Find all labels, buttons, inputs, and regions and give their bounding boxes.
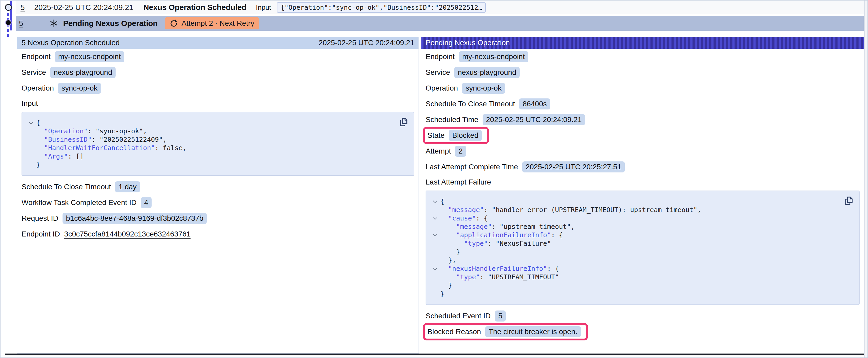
retry-status-badge: Attempt 2 · Next Retry	[165, 17, 259, 29]
pending-operation-panel: Pending Nexus Operation Endpoint my-nexu…	[422, 37, 864, 354]
field-value-badge: nexus-playground	[50, 67, 116, 78]
field-label: Operation	[426, 84, 458, 92]
timeline-selected-dot-icon[interactable]	[5, 20, 11, 26]
field-label: Last Attempt Complete Time	[426, 163, 518, 171]
code-gutter	[430, 281, 440, 290]
code-line-text: },	[440, 256, 456, 265]
field-wrap: Endpoint ID 3c0c75ccfa8144b092c13ce63246…	[22, 230, 190, 238]
code-line-text: "BusinessID": "20250225122409",	[36, 135, 167, 144]
code-line-text: }	[440, 281, 452, 290]
field-label: Endpoint ID	[22, 230, 60, 238]
field-label: Schedule To Close Timeout	[426, 100, 515, 108]
field-value-badge: my-nexus-endpoint	[459, 51, 528, 62]
field-wrap: Operation sync-op-ok	[426, 83, 505, 94]
code-gutter	[26, 161, 36, 169]
code-line-text: "type": "NexusFailure"	[440, 239, 551, 248]
detail-field-row: Operation sync-op-ok	[422, 80, 864, 96]
field-value-badge: my-nexus-endpoint	[55, 51, 124, 62]
field-wrap: Workflow Task Completed Event ID 4	[22, 197, 152, 208]
field-label: Scheduled Time	[426, 116, 478, 124]
code-gutter	[430, 206, 440, 214]
collapse-chevron-icon[interactable]	[26, 119, 36, 127]
failure-code-block: { "message": "handler error (UPSTREAM_TI…	[426, 191, 860, 305]
detail-field-row: Endpoint ID 3c0c75ccfa8144b092c13ce63246…	[17, 226, 418, 242]
scheduled-fields-bottom: Schedule To Close Timeout 1 day Workflow…	[17, 179, 418, 242]
field-label: Request ID	[22, 214, 58, 223]
retry-badge-label: Attempt 2 · Next Retry	[182, 19, 254, 28]
detail-field-row: Endpoint my-nexus-endpoint	[422, 49, 864, 65]
field-wrap: Blocked Reason The circuit breaker is op…	[423, 323, 588, 340]
pending-panel-header: Pending Nexus Operation	[422, 37, 864, 49]
detail-field-row: Blocked Reason The circuit breaker is op…	[422, 324, 864, 339]
code-line-text: "message": "upstream timeout",	[440, 223, 575, 231]
detail-field-row: Request ID b1c6a4bc-8ee7-468a-9169-df3b0…	[17, 210, 418, 226]
pending-fields-bottom: Scheduled Event ID 5 Blocked Reason The …	[422, 308, 864, 339]
detail-field-row: Scheduled Time 2025-02-25 UTC 20:24:09.2…	[422, 112, 864, 128]
field-label: State	[428, 131, 444, 140]
detail-field-row: Endpoint my-nexus-endpoint	[17, 49, 418, 65]
field-value-badge: Blocked	[449, 130, 482, 141]
field-wrap: Schedule To Close Timeout 1 day	[22, 182, 140, 192]
timeline-open-circle-icon[interactable]	[5, 4, 12, 11]
retry-icon	[170, 20, 178, 28]
field-label: Endpoint	[426, 53, 455, 61]
detail-field-row: Service nexus-playground	[422, 65, 864, 80]
copy-button[interactable]	[843, 195, 854, 206]
code-line-text: "message": "handler error (UPSTREAM_TIME…	[440, 206, 701, 214]
code-gutter	[26, 152, 36, 161]
failure-section-label: Last Attempt Failure	[422, 175, 864, 190]
code-line-text: "HandlerWaitForCancellation": false,	[36, 144, 187, 152]
field-wrap: Last Attempt Complete Time 2025-02-25 UT…	[426, 161, 625, 172]
field-value-link[interactable]: 3c0c75ccfa8144b092c13ce632463761	[64, 230, 190, 238]
copy-button[interactable]	[398, 117, 409, 128]
code-gutter	[430, 248, 440, 256]
collapse-chevron-icon[interactable]	[430, 265, 440, 273]
code-line-text: {	[440, 197, 444, 206]
event-detail-panels: 5 Nexus Operation Scheduled 2025-02-25 U…	[5, 37, 864, 355]
event-history-rows: 5 2025-02-25 UTC 20:24:09.21 Nexus Opera…	[1, 1, 864, 31]
code-line-text: "Operation": "sync-op-ok",	[36, 127, 147, 135]
code-gutter	[430, 273, 440, 281]
collapse-chevron-icon[interactable]	[430, 214, 440, 223]
field-value-badge: 4	[141, 197, 152, 208]
field-value-badge: sync-op-ok	[58, 83, 101, 94]
code-gutter	[430, 290, 440, 298]
detail-field-row: Operation sync-op-ok	[17, 80, 418, 96]
field-label: Blocked Reason	[428, 328, 481, 336]
event-id-link[interactable]: 5	[21, 3, 25, 12]
detail-field-row: Attempt 2	[422, 143, 864, 159]
input-preview-badge[interactable]: {"Operation":"sync-op-ok","BusinessID":"…	[277, 2, 486, 13]
input-json: { "Operation": "sync-op-ok", "BusinessID…	[26, 119, 407, 169]
code-gutter	[26, 144, 36, 152]
pending-panel-title: Pending Nexus Operation	[426, 39, 510, 47]
field-label: Service	[22, 68, 46, 77]
field-wrap: Service nexus-playground	[22, 67, 116, 78]
code-gutter	[430, 239, 440, 248]
field-label: Service	[426, 68, 450, 77]
scheduled-panel-title: 5 Nexus Operation Scheduled	[22, 39, 120, 47]
code-line-text: "cause": {	[440, 214, 488, 223]
pending-asterisk-icon	[50, 19, 58, 28]
field-wrap: Endpoint my-nexus-endpoint	[426, 51, 528, 62]
scrollbar-gutter[interactable]	[864, 1, 867, 357]
code-line-text: "nexusHandlerFailureInfo": {	[440, 265, 559, 273]
detail-field-row: State Blocked	[422, 128, 864, 143]
event-row-pending[interactable]: 5 Pending Nexus Operation Attempt 2 · Ne…	[16, 16, 864, 31]
event-row-scheduled[interactable]: 5 2025-02-25 UTC 20:24:09.21 Nexus Opera…	[16, 1, 864, 14]
event-timeline	[1, 1, 16, 40]
code-gutter	[26, 127, 36, 135]
collapse-chevron-icon[interactable]	[430, 231, 440, 239]
code-line-text: }	[36, 161, 40, 169]
event-id-link[interactable]: 5	[19, 19, 23, 28]
field-wrap: Endpoint my-nexus-endpoint	[22, 51, 124, 62]
code-gutter	[430, 256, 440, 265]
pending-event-title: Pending Nexus Operation	[63, 19, 158, 28]
field-label: Operation	[22, 84, 54, 92]
detail-field-row: Scheduled Event ID 5	[422, 308, 864, 324]
field-label: Schedule To Close Timeout	[22, 183, 111, 191]
collapse-chevron-icon[interactable]	[430, 197, 440, 206]
field-value-badge: 86400s	[519, 98, 550, 109]
field-value-badge: sync-op-ok	[462, 83, 505, 94]
field-wrap: Attempt 2	[426, 146, 466, 157]
code-line-text: {	[36, 119, 40, 127]
